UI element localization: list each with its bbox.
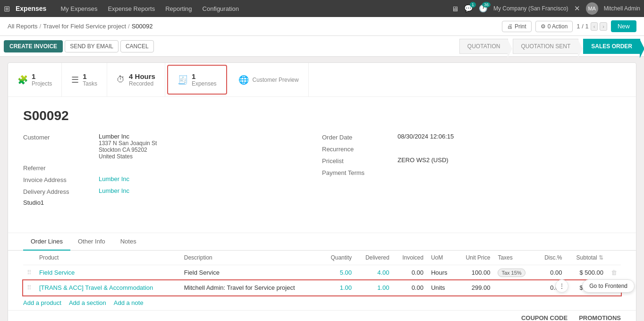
promotions-label[interactable]: PROMOTIONS: [579, 314, 621, 321]
update-badge: 36: [482, 2, 491, 8]
go-to-frontend-button[interactable]: Go to Frontend: [582, 279, 635, 293]
th-unit-price: Unit Price: [456, 251, 494, 265]
add-product-link[interactable]: Add a product: [23, 299, 61, 306]
studio-value: Studio1: [23, 199, 44, 206]
tab-other-info[interactable]: Other Info: [70, 233, 113, 251]
add-links: Add a product Add a section Add a note: [8, 295, 636, 310]
tasks-icon: ☰: [71, 75, 79, 85]
main-content: 🧩 1 Projects ☰ 1 Tasks ⏱ 4 Hours Recorde…: [0, 57, 644, 321]
nav-reporting[interactable]: Reporting: [161, 3, 196, 14]
th-drag: [23, 251, 35, 265]
receipt-icon: 🧾: [178, 75, 188, 85]
tab-notes[interactable]: Notes: [113, 233, 144, 251]
more-options-button[interactable]: ⋮: [555, 279, 568, 293]
delivered-cell-2: 1.00: [356, 280, 393, 295]
right-fields: Order Date 08/30/2024 12:06:15 Recurrenc…: [322, 133, 621, 210]
tasks-smart-btn[interactable]: ☰ 1 Tasks: [62, 63, 107, 96]
next-record-button[interactable]: ›: [600, 22, 607, 31]
add-section-link[interactable]: Add a section: [69, 299, 106, 306]
invoiced-cell-2: 0.00: [393, 280, 427, 295]
monitor-icon[interactable]: 🖥: [451, 5, 458, 13]
print-button[interactable]: 🖨 Print: [502, 21, 532, 32]
th-description: Description: [180, 251, 322, 265]
breadcrumb: All Reports / Travel for Field Service p…: [8, 23, 502, 30]
invoice-address-field: Invoice Address Lumber Inc: [23, 175, 322, 183]
pricelist-field: Pricelist ZERO WS2 (USD): [322, 156, 621, 165]
expenses-smart-btn[interactable]: 🧾 1 Expenses: [167, 65, 227, 95]
status-quotation[interactable]: QUOTATION: [459, 39, 508, 54]
table-header-row: Product Description Quantity Delivered I…: [23, 251, 621, 265]
th-subtotal: Subtotal ⇅: [566, 251, 607, 265]
app-name: Expenses: [16, 5, 46, 12]
top-navigation: ⊞ Expenses My Expenses Expense Reports R…: [0, 0, 644, 17]
order-lines-table-wrapper: Product Description Quantity Delivered I…: [8, 251, 636, 295]
form-fields-grid: Customer Lumber Inc 1337 N San Joaquin S…: [23, 133, 621, 210]
uom-cell-2: Units: [427, 280, 456, 295]
customer-preview-smart-btn[interactable]: 🌐 Customer Preview: [229, 63, 309, 96]
customer-name[interactable]: Lumber Inc: [99, 133, 129, 140]
tabs-row: Order Lines Other Info Notes: [8, 233, 636, 251]
left-fields: Customer Lumber Inc 1337 N San Joaquin S…: [23, 133, 322, 210]
printer-icon: 🖨: [507, 23, 513, 30]
close-session-icon[interactable]: ✕: [574, 4, 580, 13]
chat-icon[interactable]: 💬 1: [464, 4, 473, 13]
add-note-link[interactable]: Add a note: [114, 299, 144, 306]
avatar[interactable]: MA: [586, 2, 598, 15]
nav-configuration[interactable]: Configuration: [198, 3, 244, 14]
qty-cell-2[interactable]: 1.00: [322, 280, 356, 295]
status-sales-order[interactable]: SALES ORDER: [583, 39, 640, 54]
payment-terms-label: Payment Terms: [322, 168, 398, 176]
breadcrumb-project[interactable]: Travel for Field Service project: [43, 23, 126, 30]
new-button[interactable]: New: [611, 20, 636, 32]
create-invoice-button[interactable]: CREATE INVOICE: [4, 40, 63, 52]
qty-cell-1[interactable]: 5.00: [322, 265, 356, 280]
gear-icon: ⚙: [541, 23, 546, 30]
order-date-label: Order Date: [322, 133, 398, 141]
unit-price-cell-1: 100.00: [456, 265, 494, 280]
taxes-cell-2: [494, 280, 535, 295]
cancel-button[interactable]: CANCEL: [120, 40, 154, 52]
delivery-address-value[interactable]: Lumber Inc: [99, 187, 129, 194]
customer-addr3: United States: [99, 153, 157, 160]
table-row-highlighted: ⠿ [TRANS & ACC] Travel & Accommodation M…: [23, 280, 621, 295]
th-delivered: Delivered: [356, 251, 393, 265]
description-cell-1: Field Service: [180, 265, 322, 280]
referrer-label: Referrer: [23, 164, 99, 172]
breadcrumb-actions: 🖨 Print ⚙ 0 Action 1 / 1 ‹ › New: [502, 20, 636, 32]
product-cell-1[interactable]: Field Service: [35, 265, 180, 280]
send-email-button[interactable]: SEND BY EMAIL: [65, 40, 119, 52]
product-cell-2[interactable]: [TRANS & ACC] Travel & Accommodation: [35, 280, 180, 295]
breadcrumb-all-reports[interactable]: All Reports: [8, 23, 38, 30]
sep2: /: [128, 23, 130, 30]
chat-badge: 1: [470, 2, 476, 8]
action-button[interactable]: ⚙ 0 Action: [535, 21, 573, 32]
delete-btn-1[interactable]: 🗑: [607, 265, 621, 280]
tab-order-lines[interactable]: Order Lines: [23, 233, 70, 251]
th-taxes: Taxes: [494, 251, 535, 265]
clock-hours-icon: ⏱: [117, 75, 125, 85]
action-bar: CREATE INVOICE SEND BY EMAIL CANCEL QUOT…: [0, 36, 644, 57]
clock-icon[interactable]: 🕐 36: [479, 4, 488, 13]
payment-terms-field: Payment Terms: [322, 168, 621, 176]
nav-expense-reports[interactable]: Expense Reports: [103, 3, 160, 14]
status-quotation-sent[interactable]: QUOTATION SENT: [513, 39, 578, 54]
nav-my-expenses[interactable]: My Expenses: [56, 3, 102, 14]
drag-handle-2[interactable]: ⠿: [23, 280, 35, 295]
th-uom: UoM: [427, 251, 456, 265]
hours-smart-btn[interactable]: ⏱ 4 Hours Recorded: [107, 63, 165, 96]
projects-smart-btn[interactable]: 🧩 1 Projects: [8, 63, 62, 96]
coupon-code-label[interactable]: COUPON CODE: [521, 314, 568, 321]
order-lines-table: Product Description Quantity Delivered I…: [23, 251, 621, 295]
app-grid-icon[interactable]: ⊞: [4, 4, 10, 13]
delivered-cell-1: 4.00: [356, 265, 393, 280]
breadcrumb-bar: All Reports / Travel for Field Service p…: [0, 17, 644, 36]
description-cell-2: Mitchell Admin: Travel for Service proje…: [180, 280, 322, 295]
customer-label: Customer: [23, 133, 99, 141]
invoice-address-value[interactable]: Lumber Inc: [99, 175, 129, 182]
prev-record-button[interactable]: ‹: [591, 22, 598, 31]
th-delete: [607, 251, 621, 265]
th-quantity: Quantity: [322, 251, 356, 265]
drag-handle-1[interactable]: ⠿: [23, 265, 35, 280]
coupon-bar: COUPON CODE PROMOTIONS: [8, 310, 636, 321]
invoiced-cell-1: 0.00: [393, 265, 427, 280]
